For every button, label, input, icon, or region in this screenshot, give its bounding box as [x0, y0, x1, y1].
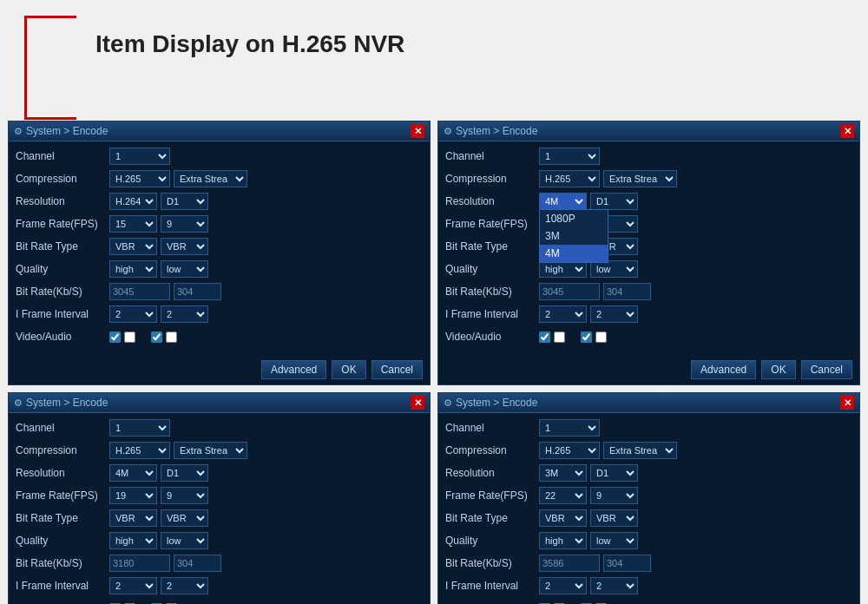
label-fps-2: Frame Rate(FPS) — [445, 218, 539, 230]
audio-cb-sub-2[interactable] — [595, 332, 607, 343]
quality-main-1[interactable]: high — [109, 260, 157, 278]
channel-select-3[interactable]: 1 — [109, 419, 170, 437]
label-compression-3: Compression — [16, 444, 109, 456]
compression-sub-select-4[interactable]: Extra Strea — [603, 442, 677, 459]
bitrate-type-main-3[interactable]: VBR — [109, 509, 157, 527]
system-icon-3: ⚙ — [14, 397, 23, 409]
quality-main-4[interactable]: high — [539, 532, 587, 549]
panel-3-titlebar: ⚙ System > Encode ✕ — [9, 393, 430, 413]
fps-sub-select-3[interactable]: 9 — [161, 487, 208, 504]
resolution-sub-select-4[interactable]: D1 — [590, 464, 638, 482]
channel-select-2[interactable]: 1 — [539, 148, 600, 165]
resolution-dropdown-2: 1080P 3M 4M — [539, 209, 608, 263]
quality-main-3[interactable]: high — [109, 532, 157, 549]
label-compression-2: Compression — [445, 173, 539, 185]
bitrate-type-main-1[interactable]: VBR — [109, 238, 157, 255]
compression-main-select-2[interactable]: H.265 — [539, 170, 600, 187]
iframe-main-3[interactable]: 2 — [109, 577, 157, 594]
label-iframe-4: I Frame Interval — [445, 580, 539, 592]
audio-cb-main-2[interactable] — [554, 332, 565, 343]
cancel-button-1[interactable]: Cancel — [372, 360, 423, 379]
dropdown-item-4m[interactable]: 4M — [540, 245, 608, 262]
iframe-sub-2[interactable]: 2 — [590, 305, 638, 323]
iframe-main-2[interactable]: 2 — [539, 305, 587, 323]
video-cb-sub-1[interactable] — [151, 332, 162, 343]
video-cb-main-2[interactable] — [539, 332, 550, 343]
resolution-sub-select-1[interactable]: D1 — [161, 193, 208, 210]
fps-main-select-3[interactable]: 19 — [109, 487, 157, 504]
panel-4-close-button[interactable]: ✕ — [840, 396, 854, 410]
label-video-audio-2: Video/Audio — [445, 331, 539, 343]
bitrate-type-main-4[interactable]: VBR — [539, 509, 587, 527]
fps-sub-select-1[interactable]: 9 — [161, 215, 208, 233]
dropdown-item-1080p[interactable]: 1080P — [540, 210, 608, 227]
label-quality-3: Quality — [16, 535, 109, 547]
label-iframe-1: I Frame Interval — [16, 308, 109, 320]
quality-sub-3[interactable]: low — [161, 532, 208, 549]
fps-main-select-4[interactable]: 22 — [539, 487, 587, 504]
resolution-main-select-2[interactable]: 4M — [539, 193, 587, 210]
compression-main-select-4[interactable]: H.265 — [539, 442, 600, 459]
panel-3-close-button[interactable]: ✕ — [411, 396, 424, 410]
video-cb-main-1[interactable] — [109, 332, 121, 343]
bitrate-type-sub-3[interactable]: VBR — [161, 509, 208, 527]
bitrate-kbs-main-4 — [539, 555, 600, 572]
compression-sub-select-3[interactable]: Extra Strea — [174, 442, 247, 459]
advanced-button-2[interactable]: Advanced — [691, 360, 756, 379]
cancel-button-2[interactable]: Cancel — [801, 360, 852, 379]
resolution-main-select-3[interactable]: 4M — [109, 464, 157, 482]
ok-button-2[interactable]: OK — [761, 360, 795, 379]
label-resolution-1: Resolution — [16, 195, 109, 207]
compression-main-select-3[interactable]: H.265 — [109, 442, 170, 459]
quality-sub-2[interactable]: low — [590, 260, 638, 278]
fps-sub-select-4[interactable]: 9 — [590, 487, 638, 504]
quality-sub-1[interactable]: low — [161, 260, 208, 278]
audio-cb-sub-1[interactable] — [166, 332, 177, 343]
quality-main-2[interactable]: high — [539, 260, 587, 278]
panel-1-title: System > Encode — [26, 125, 108, 137]
panel-1-close-button[interactable]: ✕ — [411, 124, 424, 138]
label-bitrate-kbs-1: Bit Rate(Kb/S) — [16, 286, 109, 298]
compression-sub-select-1[interactable]: Extra Strea — [174, 170, 247, 187]
dropdown-item-3m[interactable]: 3M — [540, 227, 608, 245]
fps-main-select-1[interactable]: 15 — [109, 215, 157, 233]
video-cb-sub-2[interactable] — [581, 332, 592, 343]
iframe-main-4[interactable]: 2 — [539, 577, 587, 594]
audio-cb-main-1[interactable] — [124, 332, 135, 343]
resolution-main-select-1[interactable]: H.264H.265 — [109, 193, 157, 210]
label-channel-3: Channel — [16, 422, 109, 434]
panel-4-titlebar: ⚙ System > Encode ✕ — [438, 393, 859, 413]
label-bitrate-type-3: Bit Rate Type — [16, 512, 109, 524]
iframe-sub-4[interactable]: 2 — [590, 577, 638, 594]
resolution-sub-select-2[interactable]: D1 — [590, 193, 638, 210]
channel-select-1[interactable]: 1 — [109, 148, 170, 165]
label-quality-2: Quality — [445, 263, 539, 275]
iframe-main-1[interactable]: 2 — [109, 305, 157, 323]
bitrate-type-sub-1[interactable]: VBR — [161, 238, 208, 255]
bracket-top-left — [24, 16, 76, 68]
bitrate-kbs-main-1 — [109, 283, 170, 300]
resolution-main-select-4[interactable]: 3M — [539, 464, 587, 482]
resolution-sub-select-3[interactable]: D1 — [161, 464, 208, 482]
advanced-button-1[interactable]: Advanced — [261, 360, 326, 379]
iframe-sub-3[interactable]: 2 — [161, 577, 208, 594]
bitrate-type-sub-4[interactable]: VBR — [590, 509, 638, 527]
label-quality-1: Quality — [16, 263, 109, 275]
compression-sub-select-2[interactable]: Extra Strea — [603, 170, 677, 187]
iframe-sub-1[interactable]: 2 — [161, 305, 208, 323]
quality-sub-4[interactable]: low — [590, 532, 638, 549]
encode-panel-4: ⚙ System > Encode ✕ Channel 1 Compressio… — [437, 392, 860, 604]
label-iframe-3: I Frame Interval — [16, 580, 109, 592]
label-bitrate-kbs-2: Bit Rate(Kb/S) — [445, 286, 539, 298]
ok-button-1[interactable]: OK — [332, 360, 365, 379]
panel-2-close-button[interactable]: ✕ — [840, 124, 854, 138]
panel-2-titlebar: ⚙ System > Encode ✕ — [438, 121, 859, 141]
compression-main-select-1[interactable]: H.265H.264 — [109, 170, 170, 187]
panel-4-title: System > Encode — [456, 397, 537, 409]
encode-panel-3: ⚙ System > Encode ✕ Channel 1 Compressio… — [8, 392, 431, 604]
label-fps-3: Frame Rate(FPS) — [16, 489, 109, 502]
label-compression-1: Compression — [16, 173, 109, 185]
label-fps-4: Frame Rate(FPS) — [445, 489, 539, 502]
bitrate-kbs-sub-2 — [603, 283, 651, 300]
channel-select-4[interactable]: 1 — [539, 419, 600, 437]
